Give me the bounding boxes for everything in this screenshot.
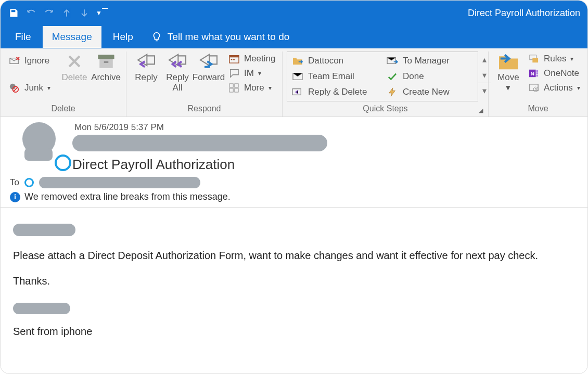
svg-rect-6 [229, 56, 239, 58]
svg-rect-3 [99, 59, 113, 68]
quickstep-create-new[interactable]: Create New [383, 84, 477, 100]
body-paragraph-1: Please attach a Direct Deposit Authoriza… [13, 250, 575, 262]
reply-button[interactable]: Reply [131, 51, 162, 83]
folder-move-icon [291, 56, 304, 66]
redo-icon[interactable] [40, 4, 58, 22]
presence-indicator-icon [55, 154, 71, 171]
move-label: Move▾ [497, 72, 519, 93]
quickstep-reply-delete[interactable]: Reply & Delete [288, 84, 382, 100]
quicksteps-gallery: Dattocon To Manager Team Email Done Repl… [287, 51, 478, 101]
lightning-icon [386, 87, 399, 97]
svg-rect-9 [229, 84, 233, 87]
group-respond: Reply ReplyAll Forward Meeting IM [126, 51, 283, 117]
more-button[interactable]: More [226, 82, 278, 94]
quickstep-dattocon[interactable]: Dattocon [288, 53, 382, 69]
recipient-presence-icon [24, 178, 34, 187]
mail-icon [291, 72, 304, 81]
archive-label: Archive [91, 72, 121, 83]
title-bar: ▼ Direct Payroll Authorization [1, 1, 587, 25]
svg-text:N: N [531, 71, 534, 76]
delete-label: Delete [61, 72, 87, 83]
quickstep-to-manager[interactable]: To Manager [383, 53, 477, 69]
check-icon [386, 72, 399, 81]
arrow-down-icon[interactable] [75, 4, 93, 22]
quickstep-team-email[interactable]: Team Email [288, 69, 382, 84]
tell-me-search[interactable]: Tell me what you want to do [151, 31, 289, 43]
sender-avatar [10, 122, 67, 166]
reply-all-icon [167, 51, 188, 71]
svg-rect-4 [104, 61, 108, 63]
body-paragraph-thanks: Thanks. [13, 275, 575, 287]
junk-icon [9, 83, 20, 93]
junk-label: Junk [24, 83, 43, 93]
svg-rect-12 [235, 88, 238, 92]
sender-name-redacted [72, 135, 327, 151]
im-button[interactable]: IM [226, 67, 278, 80]
group-label-respond: Respond [131, 103, 278, 115]
onenote-icon: N [528, 69, 540, 78]
move-button[interactable]: Move▾ [493, 51, 524, 93]
group-quicksteps: Dattocon To Manager Team Email Done Repl… [283, 51, 489, 117]
customize-qat-icon[interactable]: ▼ [93, 4, 111, 22]
arrow-up-icon[interactable] [58, 4, 75, 22]
junk-button[interactable]: Junk [7, 82, 59, 94]
actions-button[interactable]: Actions [526, 82, 582, 94]
group-delete: Ignore Junk Delete Archive Delete [1, 51, 126, 117]
delete-icon [66, 51, 83, 71]
ignore-icon [9, 56, 20, 66]
group-label-quicksteps: Quick Steps ◢ [287, 103, 484, 115]
svg-rect-19 [536, 70, 539, 72]
save-icon[interactable] [5, 4, 22, 22]
message-body: Please attach a Direct Deposit Authoriza… [1, 208, 587, 353]
forward-icon [198, 51, 219, 71]
tab-file[interactable]: File [6, 26, 41, 48]
onenote-label: OneNote [544, 68, 579, 79]
delete-button: Delete [59, 51, 90, 83]
more-icon [228, 83, 240, 93]
tab-help[interactable]: Help [104, 26, 143, 48]
undo-icon[interactable] [22, 4, 40, 22]
ribbon-tabs: File Message Help Tell me what you want … [1, 25, 587, 48]
rules-label: Rules [544, 54, 566, 64]
calendar-icon [228, 54, 240, 63]
rules-icon [528, 54, 540, 63]
reply-all-label: ReplyAll [166, 72, 188, 93]
tab-message[interactable]: Message [43, 26, 101, 48]
im-label: IM [244, 68, 254, 79]
rules-button[interactable]: Rules [526, 53, 582, 65]
group-move: Move▾ Rules N OneNote Actions Move [489, 51, 587, 117]
ignore-button[interactable]: Ignore [7, 55, 59, 67]
mail-forward-icon [386, 56, 399, 66]
onenote-button[interactable]: N OneNote [526, 67, 582, 80]
info-icon: i [10, 192, 20, 202]
reply-delete-icon [291, 87, 304, 97]
meeting-label: Meeting [244, 54, 275, 64]
message-datetime: Mon 5/6/2019 5:37 PM [72, 122, 581, 133]
group-label-move: Move [493, 103, 583, 115]
svg-rect-21 [536, 75, 539, 77]
ribbon: Ignore Junk Delete Archive Delete R [1, 48, 587, 117]
svg-rect-20 [536, 72, 539, 74]
meeting-button[interactable]: Meeting [226, 53, 278, 65]
svg-rect-7 [231, 59, 233, 60]
svg-rect-10 [235, 84, 238, 87]
message-subject: Direct Payroll Authorization [72, 157, 581, 173]
reply-all-button[interactable]: ReplyAll [162, 51, 193, 93]
name-redacted [13, 303, 70, 314]
info-bar[interactable]: i We removed extra line breaks from this… [10, 191, 581, 202]
lightbulb-icon [151, 31, 162, 43]
svg-rect-8 [233, 59, 235, 60]
greeting-redacted [13, 224, 75, 236]
svg-rect-2 [98, 55, 114, 59]
forward-button[interactable]: Forward [193, 51, 224, 83]
tell-me-placeholder: Tell me what you want to do [168, 31, 289, 43]
chat-icon [228, 69, 240, 78]
actions-icon [528, 83, 540, 93]
archive-button[interactable]: Archive [90, 51, 122, 83]
dialog-launcher-icon[interactable]: ◢ [478, 107, 484, 113]
group-label-delete: Delete [5, 103, 122, 115]
to-label: To [10, 177, 19, 188]
message-header: Mon 5/6/2019 5:37 PM Direct Payroll Auth… [1, 117, 587, 208]
info-text: We removed extra line breaks from this m… [24, 191, 231, 202]
quickstep-done[interactable]: Done [383, 69, 477, 84]
